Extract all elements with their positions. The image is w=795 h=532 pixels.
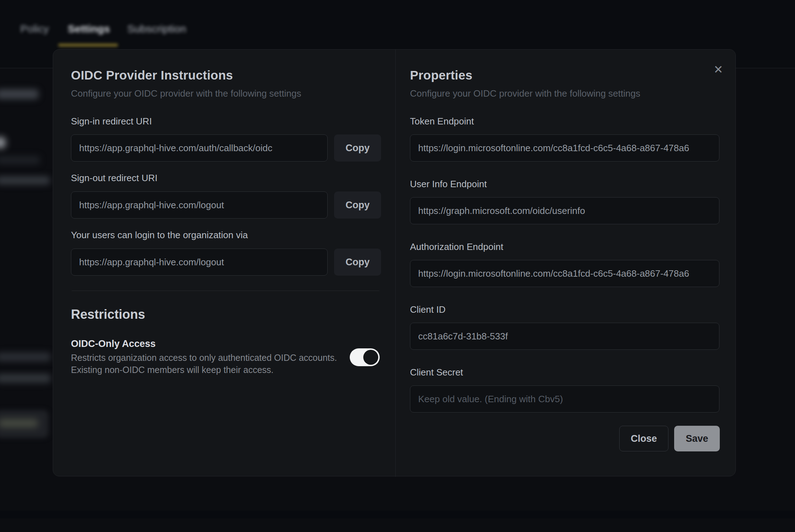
blurred-background-text	[0, 352, 51, 362]
blurred-background-button	[0, 410, 48, 438]
sign-in-redirect-uri-input[interactable]	[71, 134, 328, 162]
login-via-label: Your users can login to the organization…	[71, 230, 248, 241]
user-info-endpoint-label: User Info Endpoint	[410, 179, 487, 190]
background-band	[0, 511, 795, 518]
blurred-background-text	[0, 156, 40, 164]
left-column-subtitle: Configure your OIDC provider with the fo…	[71, 88, 301, 99]
close-icon[interactable]: ✕	[709, 60, 728, 79]
oidc-only-access-description-line1: Restricts organization access to only au…	[71, 353, 337, 363]
restrictions-title: Restrictions	[71, 307, 145, 322]
restrictions-divider	[72, 291, 379, 291]
right-column-subtitle: Configure your OIDC provider with the fo…	[410, 88, 640, 99]
tab-policy[interactable]: Policy	[20, 23, 49, 35]
blurred-background-text	[0, 89, 39, 99]
oidc-only-access-description-line2: Existing non-OIDC members will keep thei…	[71, 365, 273, 375]
user-info-endpoint-input[interactable]	[410, 197, 719, 224]
screen: Policy Settings Subscription ✕ OIDC Prov…	[0, 0, 795, 532]
oidc-only-access-toggle[interactable]	[350, 348, 380, 366]
copy-sign-in-uri-button[interactable]: Copy	[334, 134, 381, 162]
blurred-background-text	[0, 374, 51, 383]
sign-in-redirect-uri-label: Sign-in redirect URI	[71, 116, 152, 127]
save-button[interactable]: Save	[674, 426, 720, 451]
oidc-settings-dialog: ✕ OIDC Provider Instructions Configure y…	[53, 49, 736, 476]
sign-out-redirect-uri-input[interactable]	[71, 191, 328, 219]
tab-settings[interactable]: Settings	[68, 23, 110, 35]
token-endpoint-label: Token Endpoint	[410, 116, 474, 127]
sign-out-redirect-uri-label: Sign-out redirect URI	[71, 173, 158, 184]
tab-subscription[interactable]: Subscription	[127, 23, 186, 35]
column-divider	[395, 50, 396, 477]
close-button[interactable]: Close	[619, 426, 668, 451]
client-secret-label: Client Secret	[410, 367, 463, 378]
oidc-only-access-label: OIDC-Only Access	[71, 338, 156, 349]
client-id-label: Client ID	[410, 304, 446, 315]
copy-login-via-button[interactable]: Copy	[334, 249, 381, 276]
active-tab-underline	[58, 44, 118, 47]
authorization-endpoint-input[interactable]	[410, 260, 719, 287]
blurred-background-dot	[0, 138, 5, 148]
authorization-endpoint-label: Authorization Endpoint	[410, 241, 503, 252]
copy-sign-out-uri-button[interactable]: Copy	[334, 191, 381, 219]
right-column-title: Properties	[410, 68, 472, 82]
blurred-background-button-label	[0, 419, 38, 427]
client-id-input[interactable]	[410, 323, 719, 350]
client-secret-input[interactable]	[410, 385, 719, 413]
login-via-input[interactable]	[71, 249, 328, 276]
token-endpoint-input[interactable]	[410, 134, 719, 162]
left-column-title: OIDC Provider Instructions	[71, 68, 233, 82]
blurred-background-text	[0, 176, 50, 185]
toggle-thumb-icon	[363, 350, 378, 365]
